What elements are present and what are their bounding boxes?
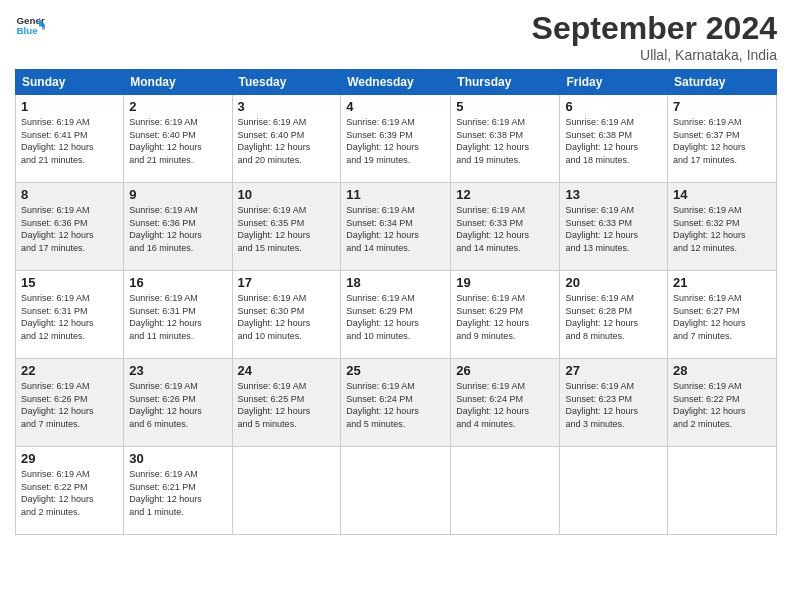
day-info: Sunrise: 6:19 AM Sunset: 6:24 PM Dayligh…	[346, 380, 445, 430]
day-info: Sunrise: 6:19 AM Sunset: 6:30 PM Dayligh…	[238, 292, 336, 342]
day-number: 27	[565, 363, 662, 378]
day-number: 1	[21, 99, 118, 114]
day-info: Sunrise: 6:19 AM Sunset: 6:35 PM Dayligh…	[238, 204, 336, 254]
table-row: 27Sunrise: 6:19 AM Sunset: 6:23 PM Dayli…	[560, 359, 668, 447]
day-number: 24	[238, 363, 336, 378]
table-row: 28Sunrise: 6:19 AM Sunset: 6:22 PM Dayli…	[668, 359, 777, 447]
day-info: Sunrise: 6:19 AM Sunset: 6:22 PM Dayligh…	[673, 380, 771, 430]
table-row	[232, 447, 341, 535]
day-number: 21	[673, 275, 771, 290]
day-info: Sunrise: 6:19 AM Sunset: 6:26 PM Dayligh…	[21, 380, 118, 430]
header-sunday: Sunday	[16, 70, 124, 95]
day-number: 11	[346, 187, 445, 202]
table-row: 9Sunrise: 6:19 AM Sunset: 6:36 PM Daylig…	[124, 183, 232, 271]
table-row: 24Sunrise: 6:19 AM Sunset: 6:25 PM Dayli…	[232, 359, 341, 447]
day-number: 23	[129, 363, 226, 378]
table-row	[341, 447, 451, 535]
calendar-table: Sunday Monday Tuesday Wednesday Thursday…	[15, 69, 777, 535]
day-info: Sunrise: 6:19 AM Sunset: 6:39 PM Dayligh…	[346, 116, 445, 166]
calendar-week-row: 22Sunrise: 6:19 AM Sunset: 6:26 PM Dayli…	[16, 359, 777, 447]
day-number: 15	[21, 275, 118, 290]
day-info: Sunrise: 6:19 AM Sunset: 6:38 PM Dayligh…	[456, 116, 554, 166]
table-row: 16Sunrise: 6:19 AM Sunset: 6:31 PM Dayli…	[124, 271, 232, 359]
table-row: 8Sunrise: 6:19 AM Sunset: 6:36 PM Daylig…	[16, 183, 124, 271]
header-friday: Friday	[560, 70, 668, 95]
day-number: 6	[565, 99, 662, 114]
header-thursday: Thursday	[451, 70, 560, 95]
day-number: 28	[673, 363, 771, 378]
location-subtitle: Ullal, Karnataka, India	[532, 47, 777, 63]
day-number: 16	[129, 275, 226, 290]
table-row: 23Sunrise: 6:19 AM Sunset: 6:26 PM Dayli…	[124, 359, 232, 447]
day-info: Sunrise: 6:19 AM Sunset: 6:28 PM Dayligh…	[565, 292, 662, 342]
table-row: 10Sunrise: 6:19 AM Sunset: 6:35 PM Dayli…	[232, 183, 341, 271]
day-number: 18	[346, 275, 445, 290]
day-number: 10	[238, 187, 336, 202]
calendar-week-row: 15Sunrise: 6:19 AM Sunset: 6:31 PM Dayli…	[16, 271, 777, 359]
table-row: 1Sunrise: 6:19 AM Sunset: 6:41 PM Daylig…	[16, 95, 124, 183]
month-title: September 2024	[532, 10, 777, 47]
table-row: 11Sunrise: 6:19 AM Sunset: 6:34 PM Dayli…	[341, 183, 451, 271]
logo-icon: General Blue	[15, 10, 45, 40]
day-info: Sunrise: 6:19 AM Sunset: 6:21 PM Dayligh…	[129, 468, 226, 518]
table-row: 19Sunrise: 6:19 AM Sunset: 6:29 PM Dayli…	[451, 271, 560, 359]
day-number: 17	[238, 275, 336, 290]
day-info: Sunrise: 6:19 AM Sunset: 6:27 PM Dayligh…	[673, 292, 771, 342]
svg-text:Blue: Blue	[17, 25, 39, 36]
calendar-week-row: 29Sunrise: 6:19 AM Sunset: 6:22 PM Dayli…	[16, 447, 777, 535]
day-info: Sunrise: 6:19 AM Sunset: 6:31 PM Dayligh…	[129, 292, 226, 342]
header-monday: Monday	[124, 70, 232, 95]
day-number: 19	[456, 275, 554, 290]
day-number: 7	[673, 99, 771, 114]
table-row: 4Sunrise: 6:19 AM Sunset: 6:39 PM Daylig…	[341, 95, 451, 183]
day-number: 3	[238, 99, 336, 114]
page-container: General Blue September 2024 Ullal, Karna…	[0, 0, 792, 545]
table-row: 7Sunrise: 6:19 AM Sunset: 6:37 PM Daylig…	[668, 95, 777, 183]
day-number: 22	[21, 363, 118, 378]
day-info: Sunrise: 6:19 AM Sunset: 6:41 PM Dayligh…	[21, 116, 118, 166]
day-number: 12	[456, 187, 554, 202]
day-info: Sunrise: 6:19 AM Sunset: 6:36 PM Dayligh…	[21, 204, 118, 254]
day-info: Sunrise: 6:19 AM Sunset: 6:25 PM Dayligh…	[238, 380, 336, 430]
calendar-header-row: Sunday Monday Tuesday Wednesday Thursday…	[16, 70, 777, 95]
header-tuesday: Tuesday	[232, 70, 341, 95]
table-row: 13Sunrise: 6:19 AM Sunset: 6:33 PM Dayli…	[560, 183, 668, 271]
day-info: Sunrise: 6:19 AM Sunset: 6:34 PM Dayligh…	[346, 204, 445, 254]
table-row: 6Sunrise: 6:19 AM Sunset: 6:38 PM Daylig…	[560, 95, 668, 183]
day-number: 25	[346, 363, 445, 378]
calendar-week-row: 1Sunrise: 6:19 AM Sunset: 6:41 PM Daylig…	[16, 95, 777, 183]
table-row: 5Sunrise: 6:19 AM Sunset: 6:38 PM Daylig…	[451, 95, 560, 183]
table-row: 3Sunrise: 6:19 AM Sunset: 6:40 PM Daylig…	[232, 95, 341, 183]
table-row: 21Sunrise: 6:19 AM Sunset: 6:27 PM Dayli…	[668, 271, 777, 359]
logo: General Blue	[15, 10, 45, 40]
table-row: 20Sunrise: 6:19 AM Sunset: 6:28 PM Dayli…	[560, 271, 668, 359]
table-row	[668, 447, 777, 535]
day-info: Sunrise: 6:19 AM Sunset: 6:23 PM Dayligh…	[565, 380, 662, 430]
header-saturday: Saturday	[668, 70, 777, 95]
day-number: 30	[129, 451, 226, 466]
table-row: 12Sunrise: 6:19 AM Sunset: 6:33 PM Dayli…	[451, 183, 560, 271]
header: General Blue September 2024 Ullal, Karna…	[15, 10, 777, 63]
day-number: 13	[565, 187, 662, 202]
table-row: 2Sunrise: 6:19 AM Sunset: 6:40 PM Daylig…	[124, 95, 232, 183]
day-number: 20	[565, 275, 662, 290]
day-info: Sunrise: 6:19 AM Sunset: 6:22 PM Dayligh…	[21, 468, 118, 518]
day-info: Sunrise: 6:19 AM Sunset: 6:24 PM Dayligh…	[456, 380, 554, 430]
table-row	[451, 447, 560, 535]
day-number: 5	[456, 99, 554, 114]
day-info: Sunrise: 6:19 AM Sunset: 6:29 PM Dayligh…	[456, 292, 554, 342]
day-number: 14	[673, 187, 771, 202]
day-info: Sunrise: 6:19 AM Sunset: 6:37 PM Dayligh…	[673, 116, 771, 166]
day-number: 26	[456, 363, 554, 378]
day-info: Sunrise: 6:19 AM Sunset: 6:36 PM Dayligh…	[129, 204, 226, 254]
table-row: 22Sunrise: 6:19 AM Sunset: 6:26 PM Dayli…	[16, 359, 124, 447]
title-block: September 2024 Ullal, Karnataka, India	[532, 10, 777, 63]
day-info: Sunrise: 6:19 AM Sunset: 6:38 PM Dayligh…	[565, 116, 662, 166]
table-row: 17Sunrise: 6:19 AM Sunset: 6:30 PM Dayli…	[232, 271, 341, 359]
day-info: Sunrise: 6:19 AM Sunset: 6:26 PM Dayligh…	[129, 380, 226, 430]
table-row: 29Sunrise: 6:19 AM Sunset: 6:22 PM Dayli…	[16, 447, 124, 535]
day-number: 29	[21, 451, 118, 466]
day-number: 4	[346, 99, 445, 114]
day-info: Sunrise: 6:19 AM Sunset: 6:29 PM Dayligh…	[346, 292, 445, 342]
day-info: Sunrise: 6:19 AM Sunset: 6:31 PM Dayligh…	[21, 292, 118, 342]
